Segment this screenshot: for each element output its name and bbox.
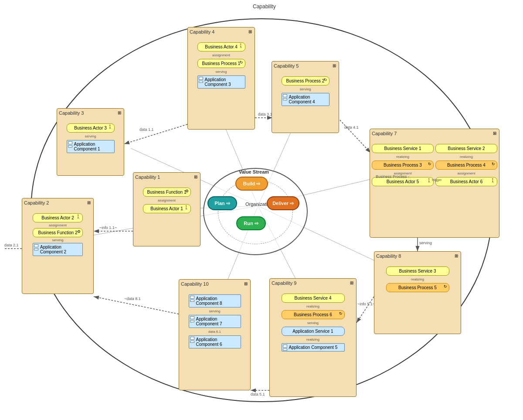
business-process-6: Business Process 6 ↻: [282, 310, 345, 319]
business-process-3: Business Process 3 ↻: [372, 160, 434, 170]
business-service-2: Business Service 2: [435, 144, 497, 153]
app-component-2: Application Component 2: [33, 243, 83, 256]
deliver-node: Deliver ⇨: [267, 196, 299, 210]
capability-2-box: Capability 2 ⊞ Business Actor 2 🚶 assign…: [22, 198, 94, 294]
svg-text:data 2.1: data 2.1: [4, 243, 19, 247]
app-component-6: Application Component 6: [189, 335, 241, 348]
value-stream-label: Value Stream: [239, 169, 269, 174]
svg-text:data 1.1: data 1.1: [139, 127, 154, 132]
app-component-8: Application Component 8: [189, 294, 241, 307]
business-service-4: Business Service 4: [282, 294, 345, 303]
build-node: Build ⇨: [235, 177, 268, 191]
business-service-3: Business Service 3: [386, 266, 449, 276]
capability-7-box: Capability 7 ⊞ Business Service 1 Busine…: [370, 129, 499, 238]
capability-4-box: Capability 4 ⊞ Business Actor 4 🚶 assign…: [187, 27, 255, 130]
cap4-assignment-label: assignment: [212, 53, 230, 57]
capability-10-title: Capability 10: [181, 281, 209, 287]
svg-text:~data 8.1: ~data 8.1: [124, 297, 141, 301]
cap5-serving-label: serving: [300, 87, 311, 91]
business-function-1: Business Function 1 ⚙: [143, 188, 191, 197]
business-actor-6: Business Actor 6 🚶: [435, 177, 497, 186]
capability-9-box: Capability 9 ⊞ Business Service 4 realiz…: [269, 278, 357, 397]
run-node: Run ⇨: [236, 216, 266, 230]
capability-3-title: Capability 3: [59, 110, 84, 116]
business-actor-4: Business Actor 4 🚶: [197, 42, 245, 51]
capability-4-icon: ⊞: [248, 29, 252, 34]
diagram-title: Capability: [253, 3, 276, 10]
business-process-2: Business Process 2 ↻: [282, 76, 329, 85]
svg-line-15: [124, 124, 187, 144]
capability-1-title: Capability 1: [135, 174, 160, 180]
svg-text:serving: serving: [419, 241, 432, 245]
plan-node: Plan ⇨: [207, 196, 237, 210]
business-function-2: Business Function 2 ⚙: [33, 228, 83, 237]
svg-text:data 4.1: data 4.1: [344, 125, 359, 130]
capability-10-box: Capability 10 ⊞ Application Component 8 …: [179, 279, 251, 390]
capability-4-title: Capability 4: [190, 29, 214, 34]
application-service-1: Application Service 1: [282, 327, 345, 336]
business-process-5: Business Process 5 ↻: [386, 283, 449, 292]
capability-8-box: Capability 8 ⊞ Business Service 3 realiz…: [374, 251, 461, 334]
app-component-1: Application Component 1: [67, 140, 115, 153]
business-actor-2: Business Actor 2 🚶: [33, 213, 83, 222]
app-component-4: Application Component 4: [282, 93, 329, 106]
business-service-1: Business Service 1: [372, 144, 434, 153]
svg-line-23: [94, 297, 179, 314]
business-process-4: Business Process 4 ↻: [435, 160, 497, 170]
business-process-label-outer: Business Process -: [376, 174, 409, 179]
capability-5-box: Capability 5 ⊞ Business Process 2 ↻ serv…: [272, 61, 339, 133]
svg-text:data 5.1: data 5.1: [251, 392, 265, 396]
capability-7-title: Capability 7: [372, 131, 397, 136]
app-component-7: Application Component 7: [189, 315, 241, 328]
svg-text:data 3.1: data 3.1: [258, 112, 272, 116]
capability-9-title: Capability 9: [272, 280, 296, 286]
svg-text:~info 1.1~: ~info 1.1~: [99, 225, 117, 230]
cap4-serving-label: serving: [216, 70, 227, 74]
svg-line-17: [338, 118, 370, 153]
app-component-5: Application Component 5: [282, 343, 345, 352]
app-component-3: Application Component 3: [197, 75, 245, 89]
business-process-1: Business Process 1 ↻: [197, 59, 245, 68]
capability-8-title: Capability 8: [376, 253, 401, 259]
capability-1-box: Capability 1 ⊞ Business Function 1 ⚙ ass…: [133, 172, 200, 246]
capability-2-title: Capability 2: [24, 200, 49, 205]
cap3-serving-label: serving: [85, 134, 96, 138]
capability-5-title: Capability 5: [274, 63, 299, 68]
business-actor-1: Business Actor 1 🚶: [143, 204, 191, 213]
capability-3-box: Capability 3 ⊞ Business Actor 3 🚶 servin…: [57, 108, 124, 176]
cap1-assignment-label: assignment: [158, 198, 176, 202]
diagram-canvas: Capability: [0, 0, 523, 420]
business-actor-3: Business Actor 3 🚶: [67, 123, 115, 133]
svg-line-27: [357, 297, 374, 323]
svg-text:~info 5.1~: ~info 5.1~: [357, 302, 375, 306]
